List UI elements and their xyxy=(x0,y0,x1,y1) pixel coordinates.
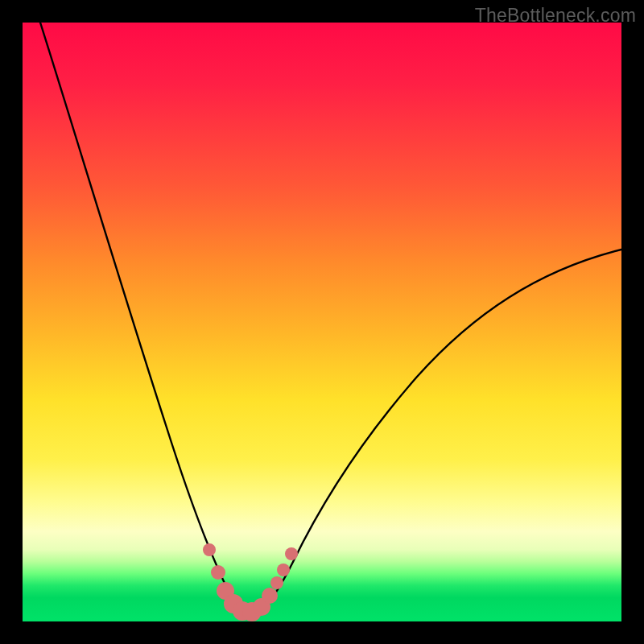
svg-point-7 xyxy=(262,588,278,604)
svg-point-0 xyxy=(203,543,216,556)
svg-point-9 xyxy=(277,564,290,576)
svg-point-8 xyxy=(270,576,283,589)
svg-point-10 xyxy=(285,547,298,560)
curve-layer xyxy=(23,23,621,621)
bottleneck-curve xyxy=(40,23,621,613)
svg-point-1 xyxy=(211,565,225,580)
watermark-text: TheBottleneck.com xyxy=(475,5,636,27)
plot-area xyxy=(23,23,621,621)
outer-black-frame: TheBottleneck.com xyxy=(0,0,644,644)
salmon-marker-cluster xyxy=(203,543,298,621)
